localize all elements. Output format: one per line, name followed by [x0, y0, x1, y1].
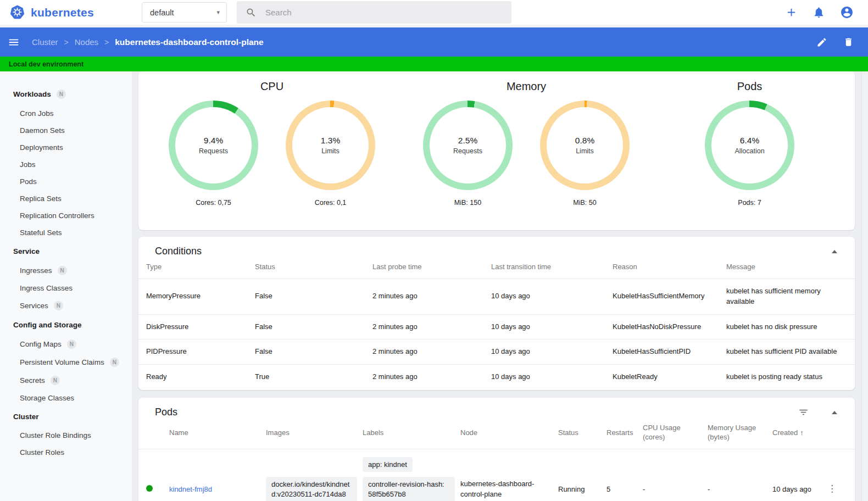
condition-transition-time: 10 days ago — [491, 314, 613, 339]
pod-created: 10 days ago — [772, 449, 827, 501]
condition-reason: KubeletHasNoDiskPressure — [613, 314, 726, 339]
pods-col-cpu[interactable]: CPU Usage (cores) — [643, 421, 708, 449]
pods-col-memory[interactable]: Memory Usage (bytes) — [708, 421, 772, 449]
namespace-selector[interactable]: default ▾ — [142, 2, 227, 23]
sidebar-item-replication-controllers[interactable]: Replication Controllers — [0, 207, 132, 224]
pods-col-node[interactable]: Node — [460, 421, 558, 449]
pod-label-chip: app: kindnet — [363, 457, 413, 472]
kubernetes-brand[interactable]: kubernetes — [10, 5, 133, 20]
memory-gauge-group: Memory 2.5% Requests MiB: 150 — [409, 78, 643, 207]
item-label: Replication Controllers — [20, 211, 94, 220]
pods-col-created[interactable]: Created↑ — [772, 421, 827, 449]
breadcrumb-cluster[interactable]: Cluster — [32, 37, 58, 47]
sidebar-item-cluster-role-bindings[interactable]: Cluster Role Bindings — [0, 427, 132, 444]
table-row: MemoryPressure False 2 minutes ago 10 da… — [138, 279, 855, 314]
edit-button[interactable] — [816, 37, 827, 48]
section-label: Cluster — [13, 413, 39, 421]
namespaced-badge: N — [54, 301, 63, 310]
pods-col-status[interactable]: Status — [558, 421, 607, 449]
breadcrumb-nodes[interactable]: Nodes — [75, 37, 98, 47]
memory-group-title: Memory — [409, 78, 643, 93]
pencil-icon — [816, 37, 827, 48]
table-row: kindnet-fmj8d docker.io/kindest/kindnetd… — [138, 449, 855, 501]
sidebar-item-secrets[interactable]: Secrets N — [0, 371, 132, 389]
namespaced-badge: N — [57, 90, 66, 99]
row-menu-icon[interactable]: ⋮ — [827, 483, 837, 494]
main-content: CPU 9.4% Requests Cores: 0,75 — [132, 71, 868, 501]
sidebar-item-pods[interactable]: Pods — [0, 173, 132, 190]
delete-button[interactable] — [843, 37, 854, 47]
namespaced-badge: N — [110, 358, 119, 367]
sidebar-section-cluster[interactable]: Cluster — [0, 407, 132, 427]
pods-col-statusdot — [138, 421, 169, 449]
condition-status: False — [255, 314, 372, 339]
sidebar-item-cluster-roles[interactable]: Cluster Roles — [0, 444, 132, 461]
pods-gauge-group: Pods 6.4% Allocation Pods: 7 — [691, 78, 808, 207]
section-label: Config and Storage — [13, 321, 82, 329]
sidebar-item-jobs[interactable]: Jobs — [0, 156, 132, 173]
gauge-caption: Cores: 0,75 — [196, 199, 231, 207]
condition-status: False — [255, 339, 372, 365]
pods-col-images[interactable]: Images — [266, 421, 363, 449]
sidebar-item-deployments[interactable]: Deployments — [0, 139, 132, 156]
pods-col-name[interactable]: Name — [169, 421, 266, 449]
pod-image-chip: docker.io/kindest/kindnetd:v20230511-dc7… — [266, 477, 357, 501]
sidebar-section-service[interactable]: Service — [0, 241, 132, 261]
gauge-caption: Pods: 7 — [738, 199, 761, 207]
app-header: kubernetes default ▾ — [0, 0, 868, 25]
pod-label-chip: controller-revision-hash: 58f5b657b8 — [363, 477, 455, 501]
item-label: Services — [20, 302, 48, 310]
namespaced-badge: N — [67, 339, 76, 349]
conditions-title: Conditions — [147, 246, 202, 257]
search-icon — [246, 7, 257, 18]
notifications-button[interactable] — [813, 6, 825, 19]
search-input[interactable] — [265, 8, 503, 17]
pods-col-restarts[interactable]: Restarts — [607, 421, 643, 449]
collapse-icon[interactable] — [832, 250, 837, 253]
sidebar-item-ingresses[interactable]: Ingresses N — [0, 261, 132, 280]
gauge-label: Requests — [199, 147, 228, 155]
condition-probe-time: 2 minutes ago — [372, 365, 491, 390]
conditions-col-type: Type — [138, 260, 255, 279]
condition-status: False — [255, 279, 372, 314]
gauge-value: 6.4% — [740, 136, 759, 146]
sidebar-item-services[interactable]: Services N — [0, 297, 132, 315]
sidebar-item-config-maps[interactable]: Config Maps N — [0, 335, 132, 353]
sidebar-item-daemon-sets[interactable]: Daemon Sets — [0, 122, 132, 139]
gauge-label: Limits — [576, 147, 594, 155]
pod-name-link[interactable]: kindnet-fmj8d — [169, 485, 212, 493]
namespace-selected-value: default — [150, 8, 174, 17]
pods-col-created-label: Created — [772, 428, 798, 437]
sidebar-section-workloads[interactable]: Workloads N — [0, 84, 132, 105]
pod-memory-usage: - — [708, 449, 772, 501]
sidebar-item-storage-classes[interactable]: Storage Classes — [0, 389, 132, 407]
sidebar: Workloads N Cron Jobs Daemon Sets Deploy… — [0, 71, 132, 501]
section-label: Service — [13, 247, 40, 255]
search-bar[interactable] — [237, 1, 511, 24]
gauge-label: Limits — [321, 147, 340, 155]
sidebar-item-stateful-sets[interactable]: Stateful Sets — [0, 224, 132, 241]
account-circle-icon — [840, 5, 854, 19]
sidebar-item-ingress-classes[interactable]: Ingress Classes — [0, 280, 132, 297]
condition-message: kubelet has sufficient PID available — [726, 339, 855, 365]
bell-icon — [813, 6, 825, 19]
sidebar-section-config-storage[interactable]: Config and Storage — [0, 315, 132, 335]
create-resource-button[interactable] — [785, 6, 798, 19]
pods-col-labels: Labels — [363, 421, 460, 449]
chevron-right-icon: > — [104, 38, 109, 47]
page-title: kubernetes-dashboard-control-plane — [115, 37, 263, 47]
scrollbar[interactable] — [861, 71, 868, 501]
collapse-icon[interactable] — [832, 411, 837, 414]
sidebar-item-replica-sets[interactable]: Replica Sets — [0, 190, 132, 207]
sidebar-item-persistent-volume-claims[interactable]: Persistent Volume Claims N — [0, 353, 132, 371]
menu-button[interactable] — [8, 36, 20, 48]
gauge-caption: MiB: 50 — [573, 199, 596, 207]
sort-ascending-icon: ↑ — [800, 428, 804, 437]
pod-status-cell — [138, 449, 169, 501]
condition-reason: KubeletHasSufficientPID — [613, 339, 726, 365]
filter-icon[interactable] — [798, 407, 809, 417]
cpu-gauge-group: CPU 9.4% Requests Cores: 0,75 — [155, 78, 389, 207]
account-button[interactable] — [840, 5, 854, 19]
cpu-group-title: CPU — [155, 78, 389, 93]
sidebar-item-cron-jobs[interactable]: Cron Jobs — [0, 105, 132, 122]
